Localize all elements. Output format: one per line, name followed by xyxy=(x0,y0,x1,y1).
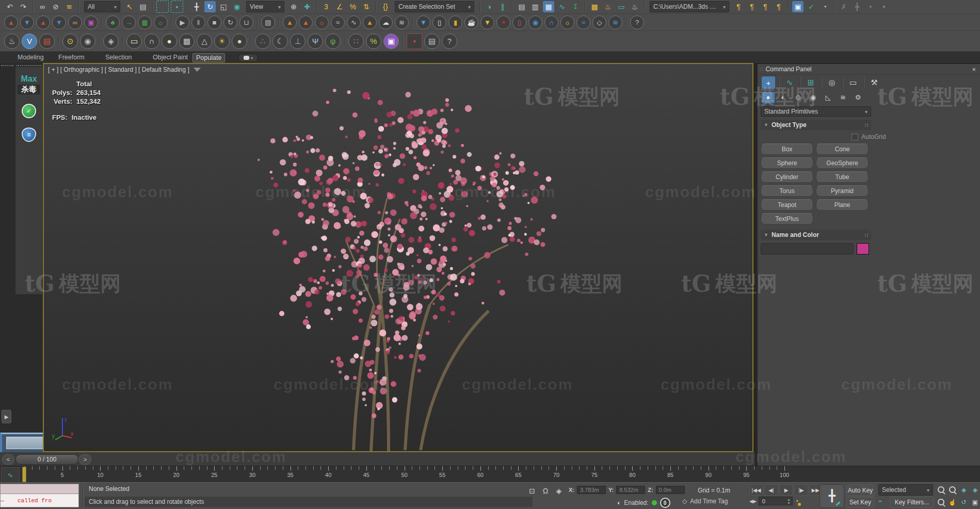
spinner-snap-toggle-icon[interactable]: ⇅ xyxy=(361,1,372,12)
sphere-button[interactable]: Sphere xyxy=(761,157,813,169)
zoom-region-icon[interactable] xyxy=(936,497,946,507)
vray-plane-light-icon[interactable]: ▭ xyxy=(126,34,142,49)
vray-dome-light-icon[interactable]: ∩ xyxy=(144,34,159,49)
angle-snap-toggle-icon[interactable]: ∠ xyxy=(334,1,345,12)
vray-fur-icon[interactable]: Ψ xyxy=(308,34,323,49)
percent-snap-toggle-icon[interactable]: % xyxy=(347,1,359,12)
select-and-rotate-icon[interactable]: ↻ xyxy=(204,1,216,12)
select-object-icon[interactable]: ↖ xyxy=(124,1,135,12)
zoom-icon[interactable] xyxy=(936,485,946,495)
pan-hand-icon[interactable]: ☝ xyxy=(947,497,957,507)
preset-waves-icon[interactable]: ≈ xyxy=(576,15,590,29)
zoom-all-icon[interactable] xyxy=(947,485,957,495)
edit-named-selection-sets-icon[interactable]: {} xyxy=(380,1,391,12)
phx-fire-hex-icon[interactable]: ▲ xyxy=(4,15,18,29)
viewport-header-text[interactable]: [ + ] [ Orthographic ] [ Standard ] [ De… xyxy=(48,66,189,73)
preset-milk-icon[interactable]: ▯ xyxy=(432,15,446,29)
tab-selection[interactable]: Selection xyxy=(102,53,135,61)
preset-beer-icon[interactable]: ▮ xyxy=(448,15,462,29)
motion-tab-icon[interactable]: ◎ xyxy=(825,76,839,89)
vray-vrscans-icon[interactable]: ▣ xyxy=(383,34,399,49)
object-color-swatch[interactable] xyxy=(857,243,869,254)
asset-scroll-3-icon[interactable]: ¶ xyxy=(760,1,771,12)
key-filters-button[interactable]: Key Filters... xyxy=(890,497,934,508)
time-configuration-icon[interactable]: ◔ xyxy=(795,497,799,505)
antivirus-scan-icon[interactable]: ✓ xyxy=(22,104,36,118)
preset-explosion-icon[interactable]: ☼ xyxy=(315,15,329,29)
vray-ambient-light-icon[interactable]: ● xyxy=(232,34,247,49)
vray-sun-icon[interactable]: ☀ xyxy=(214,34,230,49)
preset-blood-icon[interactable]: ✶ xyxy=(496,15,510,29)
undo-icon[interactable]: ↶ xyxy=(4,1,15,12)
preset-fire-2-icon[interactable]: ▲ xyxy=(299,15,313,29)
adaptive-degradation-icon[interactable]: ◐ xyxy=(617,499,621,506)
plane-button[interactable]: Plane xyxy=(816,199,869,211)
x-coordinate-field[interactable]: 3.783m xyxy=(577,486,606,494)
cut-icon[interactable]: ✗ xyxy=(838,1,849,12)
vray-frame-buffer-icon[interactable]: ▤ xyxy=(39,34,55,49)
lights-subtab-icon[interactable]: ⊙ xyxy=(792,92,805,103)
phx-voxel-circle-icon[interactable]: ▣ xyxy=(84,15,98,29)
preset-pump-icon[interactable]: ▯ xyxy=(512,15,526,29)
select-by-name-icon[interactable]: ▤ xyxy=(137,1,149,12)
antivirus-shield-icon[interactable]: ¤ xyxy=(22,128,36,142)
schematic-view-icon[interactable]: ↧ xyxy=(570,1,581,12)
select-and-move-icon[interactable]: ╋ xyxy=(191,1,202,12)
cameras-subtab-icon[interactable]: ◉ xyxy=(807,92,820,103)
ribbon-display-menu[interactable]: ▾ xyxy=(238,54,258,62)
rendered-frame-window-icon[interactable]: ▭ xyxy=(616,1,627,12)
object-type-rollout-header[interactable]: ▼ Object Type ∷ xyxy=(761,120,871,130)
phx-help-icon[interactable]: ? xyxy=(630,15,644,29)
phx-flow-arrow-icon[interactable]: → xyxy=(122,15,136,29)
phx-log-icon[interactable]: ▤ xyxy=(261,15,275,29)
phx-particles-circle-icon[interactable]: ∞ xyxy=(68,15,82,29)
preset-clouds-icon[interactable]: ☁ xyxy=(379,15,393,29)
go-to-start-icon[interactable]: |◀◀ xyxy=(749,484,763,496)
per-view-filter-icon[interactable] xyxy=(194,68,201,72)
preset-ocean-sun-icon[interactable]: ☼ xyxy=(560,15,574,29)
toggle-ribbon-icon[interactable]: ▦ xyxy=(543,1,554,12)
asset-scroll-1-icon[interactable]: ¶ xyxy=(733,1,744,12)
vray-scatter-icon[interactable]: ∷ xyxy=(348,34,364,49)
maxscript-mini-listener[interactable]: — called fro xyxy=(0,484,79,508)
preset-fire-1-icon[interactable]: ▲ xyxy=(283,15,297,29)
space-warps-subtab-icon[interactable]: ≋ xyxy=(837,92,849,103)
preset-ice-icon[interactable]: ◇ xyxy=(592,15,606,29)
textplus-button[interactable]: TextPlus xyxy=(761,213,813,225)
tube-button[interactable]: Tube xyxy=(816,171,869,183)
selection-lock-icon[interactable]: Ω xyxy=(540,485,551,497)
phx-water-drop-circle-icon[interactable]: ▼ xyxy=(52,15,66,29)
vray-moon-icon[interactable]: ☾ xyxy=(272,34,288,49)
current-frame-field[interactable]: 0 ▲▼ xyxy=(759,497,793,505)
auto-key-button[interactable]: Auto Key xyxy=(846,485,874,496)
curve-editor-icon[interactable]: ∿ xyxy=(556,1,568,12)
vray-infinite-plane-icon[interactable]: ⊥ xyxy=(290,34,306,49)
helpers-subtab-icon[interactable]: ◺ xyxy=(822,92,834,103)
vray-mesh-light-icon[interactable]: ▩ xyxy=(179,34,195,49)
confirm-icon[interactable]: ✓ xyxy=(806,1,817,12)
vray-grass-icon[interactable]: ψ xyxy=(325,34,341,49)
time-tag-row[interactable]: ◇ Add Time Tag xyxy=(682,498,728,505)
time-slider-display[interactable]: 0 / 100 xyxy=(15,454,78,465)
create-tab-icon[interactable]: + xyxy=(762,76,775,89)
vray-region-render-icon[interactable]: ▪ xyxy=(407,34,422,49)
preset-coffee-icon[interactable]: ☕ xyxy=(464,15,478,29)
preset-whirl-icon[interactable]: ◉ xyxy=(528,15,542,29)
phx-water-hex-icon[interactable]: ▼ xyxy=(20,15,34,29)
cylinder-button[interactable]: Cylinder xyxy=(761,171,813,183)
preset-ship-wake-icon[interactable]: ≋ xyxy=(608,15,622,29)
set-keys-button[interactable]: ╋ xyxy=(820,484,844,508)
maximize-viewport-toggle-icon[interactable]: ▣ xyxy=(970,497,980,507)
tab-populate[interactable]: Populate xyxy=(192,53,225,62)
zoom-extents-icon[interactable]: ◈ xyxy=(959,485,969,495)
next-frame-button[interactable]: > xyxy=(79,454,91,465)
toggle-scene-explorer-icon[interactable]: ▤ xyxy=(516,1,527,12)
orbit-icon[interactable]: ↺ xyxy=(959,497,969,507)
shapes-subtab-icon[interactable]: ◐ xyxy=(777,92,790,103)
phx-pause-sim-icon[interactable]: ‖ xyxy=(191,15,205,29)
phx-burst-icon[interactable]: ☼ xyxy=(154,15,168,29)
phx-fire-circle-icon[interactable]: ▲ xyxy=(36,15,50,29)
selection-filter-select[interactable]: All▾ xyxy=(84,1,120,12)
panel-grip[interactable]: ∷ xyxy=(760,67,762,72)
box-button[interactable]: Box xyxy=(761,144,813,155)
